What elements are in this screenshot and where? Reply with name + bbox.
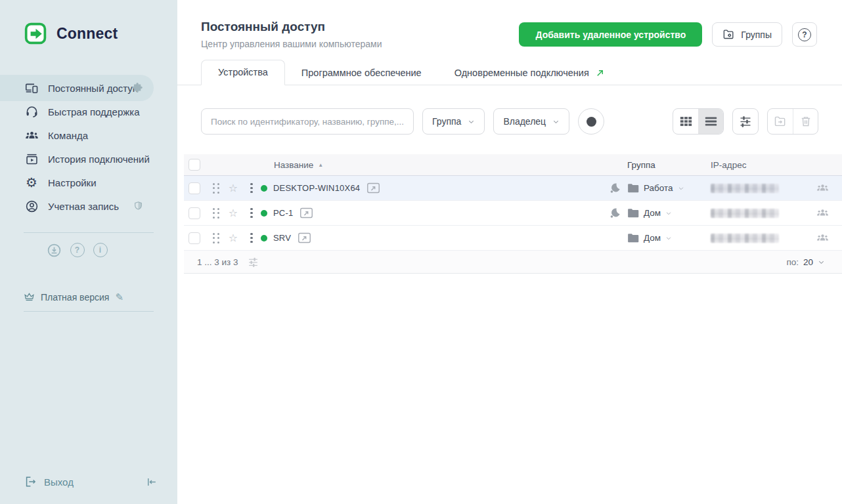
connect-icon[interactable]: [298, 232, 311, 243]
row-menu-icon[interactable]: [242, 208, 261, 218]
online-status-dot: [261, 210, 267, 217]
row-checkbox[interactable]: [188, 207, 200, 219]
group-filter-dropdown[interactable]: Группа: [422, 108, 485, 135]
sidebar: Connect Постоянный доступ: [0, 0, 177, 504]
folder-icon: [627, 183, 639, 193]
sidebar-item-label: Постоянный доступ: [48, 83, 138, 94]
sidebar-item-label: Быстрая поддержка: [48, 106, 140, 117]
shared-access-icon[interactable]: [803, 182, 842, 194]
app-name: Connect: [56, 25, 118, 43]
group-selector[interactable]: Работа: [627, 183, 711, 193]
add-remote-device-button[interactable]: Добавить удаленное устройство: [519, 22, 702, 47]
page-header: Постоянный доступ Центр управления вашим…: [177, 0, 842, 49]
column-header-ip[interactable]: IP-адрес: [711, 160, 803, 170]
row-checkbox[interactable]: [188, 232, 200, 244]
logout-icon[interactable]: [24, 475, 37, 488]
app-logo[interactable]: Connect: [0, 0, 177, 46]
sort-ascending-icon: ▲: [318, 162, 323, 168]
pagination-range: 1 ... 3 из 3: [197, 257, 238, 267]
help-button[interactable]: ?: [792, 22, 817, 47]
device-name: DESKTOP-WIN10X64: [273, 183, 360, 193]
shared-access-icon[interactable]: [803, 207, 842, 219]
online-status-dot: [261, 185, 267, 192]
row-menu-icon[interactable]: [242, 233, 261, 243]
page-title: Постоянный доступ: [201, 20, 382, 34]
sidebar-item-account[interactable]: Учетная запись: [0, 194, 154, 218]
view-toggle: [673, 108, 724, 135]
sidebar-divider: [24, 232, 154, 233]
main-content: Постоянный доступ Центр управления вашим…: [177, 0, 842, 504]
status-filter-dot-icon: [587, 117, 596, 127]
device-name: SRV: [273, 233, 291, 243]
account-icon: [24, 200, 39, 213]
favorite-star-icon[interactable]: ☆: [224, 232, 242, 244]
group-selector[interactable]: Дом: [627, 208, 711, 218]
sidebar-item-settings[interactable]: ⚙ Настройки: [0, 171, 154, 194]
trash-icon: [799, 115, 812, 128]
help-icon[interactable]: ?: [70, 243, 85, 257]
row-menu-icon[interactable]: [242, 183, 261, 193]
drag-handle-icon[interactable]: [208, 233, 224, 243]
tab-software[interactable]: Программное обеспечение: [285, 61, 438, 85]
per-page-selector[interactable]: по: 20: [786, 257, 825, 267]
groups-button-label: Группы: [741, 30, 772, 40]
collapse-sidebar-icon[interactable]: [145, 476, 158, 488]
delete-button[interactable]: [793, 109, 818, 134]
list-view-button[interactable]: [698, 109, 723, 134]
logout-label[interactable]: Выход: [44, 476, 74, 488]
group-name: Дом: [644, 208, 661, 218]
search-input[interactable]: [201, 108, 414, 135]
info-icon[interactable]: i: [93, 243, 108, 257]
favorite-star-icon[interactable]: ☆: [224, 182, 242, 194]
sidebar-nav: Постоянный доступ Быстрая поддержка: [0, 75, 177, 218]
connect-icon[interactable]: [366, 182, 380, 194]
groups-button[interactable]: Группы: [712, 22, 782, 47]
drag-handle-icon[interactable]: [208, 183, 224, 194]
download-icon[interactable]: [47, 243, 62, 258]
edit-plan-icon[interactable]: ✎: [115, 292, 123, 302]
folder-gear-icon: [722, 28, 735, 41]
external-link-icon: [595, 68, 605, 78]
plan-label: Платная версия: [41, 292, 109, 303]
sidebar-item-label: Команда: [48, 130, 88, 141]
column-header-group[interactable]: Группа: [627, 160, 711, 170]
shared-access-icon[interactable]: [803, 232, 842, 244]
sidebar-item-label: История подключений: [48, 154, 150, 165]
owner-filter-dropdown[interactable]: Владелец: [493, 108, 569, 135]
devices-icon: [24, 81, 39, 95]
sidebar-item-team[interactable]: Команда: [0, 123, 154, 147]
group-selector[interactable]: Дом: [627, 233, 711, 243]
table-row[interactable]: ☆ SRV Дом: [184, 226, 842, 251]
table-row[interactable]: ☆ DESKTOP-WIN10X64 Р: [184, 176, 842, 201]
logout-row: Выход: [24, 475, 158, 488]
move-to-group-button[interactable]: [768, 109, 793, 134]
pagination-settings-icon[interactable]: [248, 257, 259, 268]
status-filter-button[interactable]: [578, 108, 604, 135]
favorite-star-icon[interactable]: ☆: [224, 207, 242, 219]
grid-view-button[interactable]: [673, 109, 698, 134]
tab-simultaneous-connections[interactable]: Одновременные подключения: [438, 61, 621, 85]
crown-icon: [24, 291, 35, 303]
select-all-checkbox[interactable]: [188, 159, 200, 171]
team-icon: [24, 129, 39, 142]
history-icon: [24, 152, 39, 166]
sidebar-item-connection-history[interactable]: История подключений: [0, 147, 154, 171]
column-header-name[interactable]: Название: [274, 160, 313, 170]
display-settings-button[interactable]: [732, 108, 759, 135]
headset-icon: [24, 105, 39, 119]
sidebar-item-permanent-access[interactable]: Постоянный доступ: [0, 75, 154, 101]
row-checkbox[interactable]: [188, 182, 200, 194]
puzzle-icon: [131, 82, 144, 94]
grid-view-icon: [680, 116, 692, 127]
table-header: Название ▲ Группа IP-адрес: [184, 154, 842, 176]
sliders-icon: [739, 115, 752, 128]
drag-handle-icon[interactable]: [208, 208, 224, 219]
table-row[interactable]: ☆ PC-1 Дом: [184, 201, 842, 226]
connect-icon[interactable]: [299, 207, 313, 219]
per-page-value: 20: [803, 257, 813, 267]
list-view-icon: [705, 116, 717, 127]
sidebar-item-quick-support[interactable]: Быстрая поддержка: [0, 100, 154, 123]
toolbar: Группа Владелец: [201, 108, 818, 135]
chevron-down-icon: [552, 118, 560, 125]
tab-devices[interactable]: Устройства: [201, 60, 285, 85]
